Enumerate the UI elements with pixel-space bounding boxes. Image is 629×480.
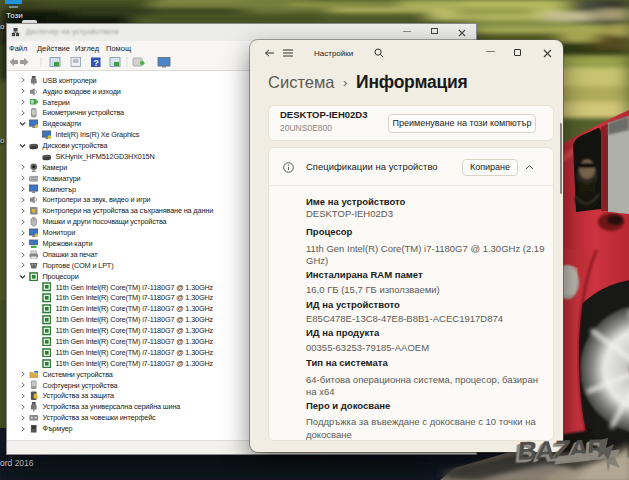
svg-text:?: ? bbox=[94, 58, 99, 68]
